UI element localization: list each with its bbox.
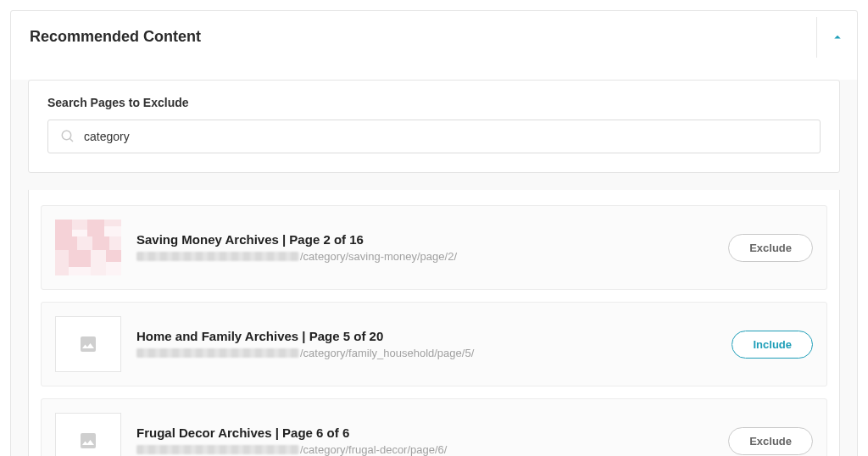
result-text: Home and Family Archives | Page 5 of 20 … (136, 329, 718, 359)
redacted-host (136, 445, 299, 454)
image-placeholder-icon (78, 334, 98, 354)
search-icon (60, 129, 75, 144)
result-url-path: /category/family_household/page/5/ (300, 347, 474, 359)
result-url: /category/frugal-decor/page/6/ (136, 443, 715, 456)
result-url-path: /category/frugal-decor/page/6/ (300, 443, 447, 456)
result-text: Saving Money Archives | Page 2 of 16 /ca… (136, 232, 715, 263)
image-placeholder-icon (78, 431, 98, 451)
redacted-host (136, 252, 299, 261)
redacted-host (136, 348, 299, 358)
panel-title: Recommended Content (30, 28, 201, 46)
result-url-path: /category/saving-money/page/2/ (300, 250, 457, 263)
exclude-button[interactable]: Exclude (728, 234, 813, 262)
result-title: Saving Money Archives | Page 2 of 16 (136, 232, 715, 247)
search-section: Search Pages to Exclude (28, 80, 840, 173)
results-list[interactable]: Saving Money Archives | Page 2 of 16 /ca… (28, 190, 840, 456)
chevron-up-icon (830, 30, 845, 45)
search-label: Search Pages to Exclude (47, 96, 821, 109)
svg-point-0 (62, 131, 71, 140)
exclude-button[interactable]: Exclude (728, 427, 813, 455)
result-url: /category/saving-money/page/2/ (136, 250, 715, 263)
result-row: Frugal Decor Archives | Page 6 of 6 /cat… (41, 398, 827, 456)
result-row: Saving Money Archives | Page 2 of 16 /ca… (41, 205, 827, 290)
collapse-toggle[interactable] (816, 17, 857, 58)
search-input-wrap[interactable] (47, 120, 821, 153)
result-url: /category/family_household/page/5/ (136, 347, 718, 359)
result-thumbnail (55, 316, 121, 372)
recommended-content-panel: Recommended Content Search Pages to Excl… (10, 10, 858, 456)
result-title: Home and Family Archives | Page 5 of 20 (136, 329, 718, 343)
search-input[interactable] (84, 130, 808, 143)
result-row: Home and Family Archives | Page 5 of 20 … (41, 302, 827, 386)
panel-header: Recommended Content (11, 11, 857, 63)
result-text: Frugal Decor Archives | Page 6 of 6 /cat… (136, 425, 715, 456)
svg-line-1 (70, 138, 73, 142)
panel-body: Search Pages to Exclude Saving Money Arc… (11, 80, 857, 456)
result-thumbnail (55, 220, 121, 275)
result-title: Frugal Decor Archives | Page 6 of 6 (136, 425, 715, 440)
include-button[interactable]: Include (732, 331, 813, 359)
result-thumbnail (55, 413, 121, 456)
